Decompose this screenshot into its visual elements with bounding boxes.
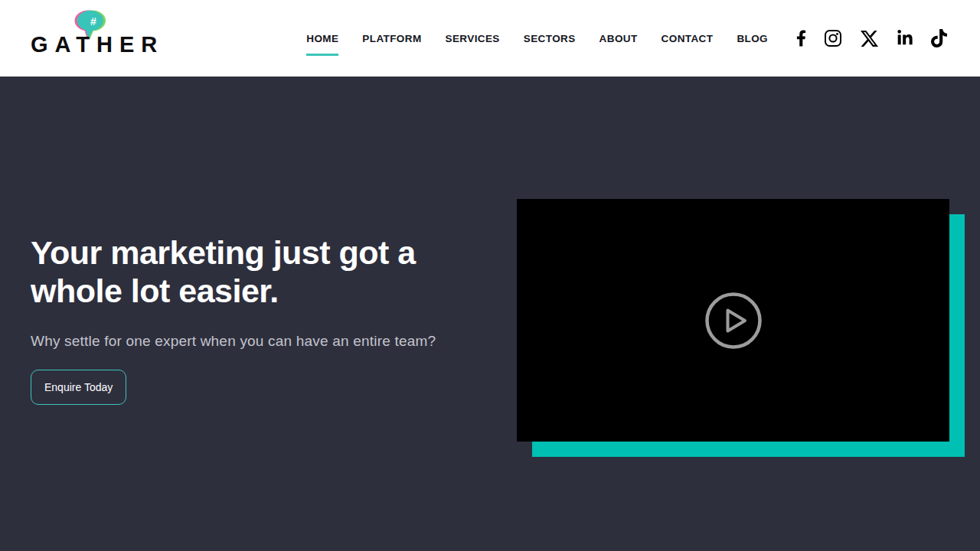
nav-about[interactable]: ABOUT — [599, 33, 638, 44]
enquire-today-button[interactable]: Enquire Today — [31, 370, 126, 405]
hero-heading: Your marketing just got a whole lot easi… — [31, 233, 505, 310]
social-links — [796, 29, 947, 47]
nav-sectors[interactable]: SECTORS — [524, 33, 576, 44]
logo-hash-glyph: # — [90, 15, 96, 28]
nav-blog[interactable]: BLOG — [737, 33, 768, 44]
hero-heading-line-1: Your marketing just got a — [31, 233, 505, 272]
hero-heading-line-2: whole lot easier. — [31, 272, 505, 310]
nav-platform[interactable]: PLATFORM — [362, 33, 421, 44]
facebook-icon[interactable] — [796, 29, 806, 47]
header: # GATHER HOME PLATFORM SERVICES SECTORS … — [0, 0, 980, 77]
hero-subtext: Why settle for one expert when you can h… — [31, 333, 505, 350]
brand-name: GATHER — [31, 32, 164, 57]
nav-services[interactable]: SERVICES — [446, 33, 500, 44]
hero-section: Your marketing just got a whole lot easi… — [0, 77, 980, 551]
nav-contact[interactable]: CONTACT — [662, 33, 714, 44]
main-nav: HOME PLATFORM SERVICES SECTORS ABOUT CON… — [306, 33, 768, 44]
instagram-icon[interactable] — [824, 29, 842, 47]
hero-copy: Your marketing just got a whole lot easi… — [31, 233, 505, 405]
hero-video-block — [517, 199, 949, 442]
nav-home[interactable]: HOME — [306, 33, 338, 44]
linkedin-icon[interactable] — [897, 30, 913, 47]
video-player[interactable] — [517, 199, 949, 442]
brand-logo[interactable]: # GATHER — [31, 0, 191, 77]
x-twitter-icon[interactable] — [860, 30, 879, 47]
tiktok-icon[interactable] — [931, 29, 947, 47]
play-icon[interactable] — [704, 291, 763, 350]
